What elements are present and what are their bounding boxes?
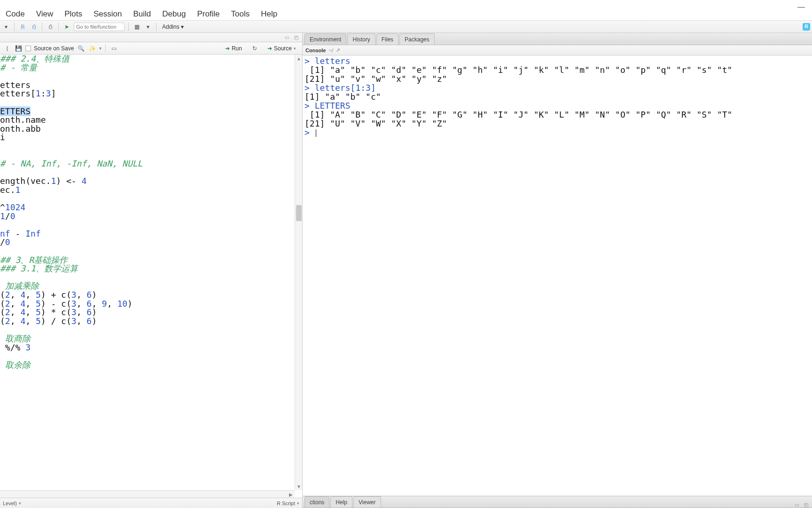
editor-line[interactable]: [0, 352, 295, 361]
right-bottom-tabs: ctionsHelpViewer▭◰: [303, 496, 812, 508]
main-toolbar: ▾ ⎘ ⎙ ⎙ ➤ ▦ ▾ Addins ▾ R: [0, 21, 812, 33]
editor-line[interactable]: [0, 325, 295, 334]
tab-environment[interactable]: Environment: [304, 33, 346, 45]
editor-line[interactable]: [0, 273, 295, 282]
addins-label: Addins: [162, 24, 180, 30]
r-project-icon[interactable]: R: [803, 23, 810, 31]
editor-area[interactable]: ### 2.4、特殊值# - 常量ettersetters[1:3]ETTERS…: [0, 55, 302, 498]
scroll-down-icon[interactable]: ▼: [295, 483, 302, 490]
source-tabs-bar: ▭ ◰: [0, 33, 302, 42]
menu-view[interactable]: View: [31, 8, 59, 21]
menu-code[interactable]: Code: [0, 8, 31, 21]
editor-line[interactable]: onth.abb: [0, 125, 295, 134]
wand-icon[interactable]: ✨: [88, 44, 96, 53]
editor-line[interactable]: (2, 4, 5) / c(3, 6): [0, 317, 295, 326]
tab-packages[interactable]: Packages: [399, 33, 435, 45]
menu-debug[interactable]: Debug: [156, 8, 191, 21]
console-line: >: [304, 128, 810, 137]
editor-line[interactable]: etters[1:3]: [0, 89, 295, 98]
editor-line[interactable]: 取商除: [0, 334, 295, 343]
console-line: > LETTERS: [304, 101, 810, 110]
wand-dropdown-icon[interactable]: ▾: [99, 46, 102, 51]
run-button[interactable]: ➜Run: [222, 44, 245, 53]
status-left[interactable]: Level): [3, 500, 17, 506]
print-icon[interactable]: ⎙: [46, 23, 55, 31]
editor-line[interactable]: # - NA, Inf, -Inf, NaN, NULL: [0, 159, 295, 168]
addins-menu[interactable]: Addins ▾: [160, 24, 186, 30]
dropdown-icon[interactable]: ▾: [144, 23, 152, 31]
source-pane: ▭ ◰ ⟨ 💾 Source on Save 🔍 ✨ ▾ ▭ ➜Run ↻ ➜S…: [0, 33, 303, 508]
menu-help[interactable]: Help: [255, 8, 283, 21]
editor-line[interactable]: [0, 221, 295, 230]
console-line: [21] "U" "V" "W" "X" "Y" "Z": [304, 119, 810, 128]
editor-line[interactable]: ### 2.4、特殊值: [0, 55, 295, 64]
window-minimize-icon[interactable]: —: [798, 4, 804, 10]
editor-line[interactable]: nf - Inf: [0, 230, 295, 238]
editor-line[interactable]: [0, 72, 295, 81]
editor-line[interactable]: onth.name: [0, 116, 295, 125]
editor-line[interactable]: [0, 142, 295, 151]
console-header: Console ~/ ⇗: [303, 45, 812, 56]
tab-help[interactable]: Help: [330, 496, 352, 508]
tab-history[interactable]: History: [347, 33, 375, 45]
rerun-button[interactable]: ↻: [249, 44, 260, 53]
console-line: [1] "a" "b" "c" "d" "e" "f" "g" "h" "i" …: [304, 65, 810, 74]
report-icon[interactable]: ▭: [109, 44, 118, 53]
editor-line[interactable]: %/% 3: [0, 343, 295, 352]
grid-icon[interactable]: ▦: [133, 23, 141, 31]
editor-line[interactable]: ength(vec.1) <- 4: [0, 177, 295, 186]
editor-line[interactable]: /0: [0, 238, 295, 247]
editor-line[interactable]: 1/0: [0, 212, 295, 221]
editor-line[interactable]: ^1024: [0, 203, 295, 212]
menu-session[interactable]: Session: [88, 8, 127, 21]
separator: [128, 23, 129, 31]
editor-line[interactable]: 取余除: [0, 361, 295, 370]
find-icon[interactable]: 🔍: [77, 44, 85, 53]
menu-profile[interactable]: Profile: [191, 8, 225, 21]
minimize-pane-icon[interactable]: ▭: [283, 35, 290, 40]
open-icon[interactable]: ⎘: [18, 23, 27, 31]
separator: [14, 23, 15, 31]
horizontal-scrollbar[interactable]: ▶: [0, 490, 295, 498]
menu-plots[interactable]: Plots: [59, 8, 88, 21]
source-button[interactable]: ➜Source ▾: [264, 44, 299, 53]
right-pane: EnvironmentHistoryFilesPackages Console …: [303, 33, 812, 508]
editor-line[interactable]: ec.1: [0, 186, 295, 195]
new-file-icon[interactable]: ▾: [2, 23, 10, 31]
console-line: [1] "a" "b" "c": [304, 92, 810, 101]
vertical-scrollbar[interactable]: ▲ ▼: [295, 55, 302, 490]
scroll-thumb[interactable]: [296, 205, 302, 221]
editor-line[interactable]: [0, 195, 295, 204]
save-all-icon[interactable]: ⎙: [30, 23, 38, 31]
status-dropdown-icon[interactable]: ▾: [19, 501, 21, 506]
back-icon[interactable]: ⟨: [3, 44, 11, 53]
source-on-save-checkbox[interactable]: [25, 46, 31, 51]
menu-tools[interactable]: Tools: [226, 8, 256, 21]
editor-line[interactable]: ### 3.1、数学运算: [0, 264, 295, 273]
status-right[interactable]: R Script: [277, 500, 295, 506]
tab-ctions[interactable]: ctions: [304, 496, 329, 508]
minimize-pane-icon[interactable]: ▭: [793, 502, 800, 508]
save-icon[interactable]: 💾: [14, 44, 23, 53]
editor-line[interactable]: [0, 98, 295, 107]
console-path-icon[interactable]: ⇗: [336, 47, 340, 53]
filetype-dropdown-icon[interactable]: ▾: [297, 501, 299, 506]
tab-files[interactable]: Files: [376, 33, 398, 45]
tab-viewer[interactable]: Viewer: [353, 496, 381, 508]
menu-build[interactable]: Build: [127, 8, 156, 21]
editor-line[interactable]: i: [0, 133, 295, 142]
goto-file-input[interactable]: [74, 23, 125, 31]
editor-line[interactable]: # - 常量: [0, 64, 295, 72]
maximize-pane-icon[interactable]: ◰: [293, 35, 299, 40]
run-label: Run: [232, 45, 242, 52]
scroll-right-icon[interactable]: ▶: [287, 491, 295, 498]
separator: [105, 44, 106, 53]
separator: [156, 23, 156, 31]
maximize-pane-icon[interactable]: ◰: [803, 502, 809, 508]
scroll-up-icon[interactable]: ▲: [295, 55, 302, 62]
goto-icon[interactable]: ➤: [62, 23, 71, 31]
source-toolbar: ⟨ 💾 Source on Save 🔍 ✨ ▾ ▭ ➜Run ↻ ➜Sourc…: [0, 42, 302, 55]
console-title: Console: [305, 48, 326, 53]
editor-status-bar: Level) ▾ R Script ▾: [0, 498, 302, 508]
console-output[interactable]: > letters [1] "a" "b" "c" "d" "e" "f" "g…: [303, 56, 812, 496]
